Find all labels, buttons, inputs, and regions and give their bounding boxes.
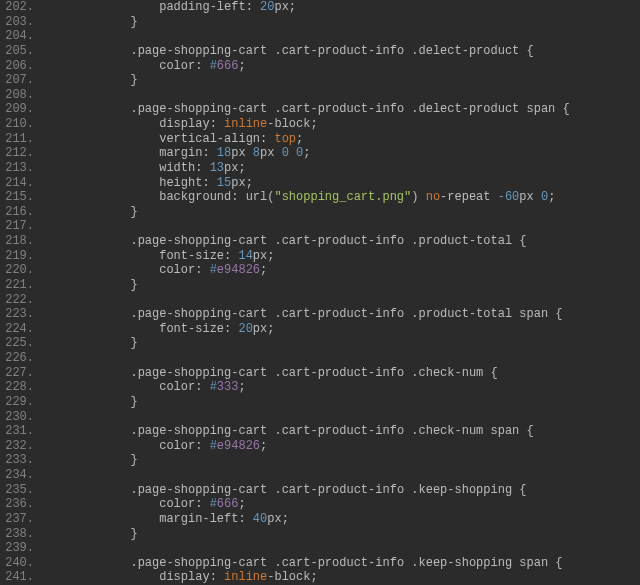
code-content[interactable]: background: url("shopping_cart.png") no-… [44,190,640,205]
code-line[interactable]: 202. padding-left: 20px; [0,0,640,15]
code-line[interactable]: 240. .page-shopping-cart .cart-product-i… [0,556,640,571]
code-content[interactable] [44,219,640,234]
code-content[interactable]: height: 15px; [44,176,640,191]
code-content[interactable]: } [44,205,640,220]
line-number: 214. [0,176,44,191]
line-number: 220. [0,263,44,278]
code-content[interactable]: font-size: 14px; [44,249,640,264]
code-content[interactable]: } [44,278,640,293]
line-number: 230. [0,410,44,425]
code-line[interactable]: 241. display: inline-block; [0,570,640,585]
code-content[interactable]: margin-left: 40px; [44,512,640,527]
code-content[interactable]: } [44,527,640,542]
code-content[interactable]: color: #e94826; [44,439,640,454]
code-content[interactable]: padding-left: 20px; [44,0,640,15]
code-line[interactable]: 227. .page-shopping-cart .cart-product-i… [0,366,640,381]
code-content[interactable]: } [44,395,640,410]
code-line[interactable]: 215. background: url("shopping_cart.png"… [0,190,640,205]
code-line[interactable]: 211. vertical-align: top; [0,132,640,147]
code-line[interactable]: 220. color: #e94826; [0,263,640,278]
code-content[interactable] [44,468,640,483]
code-line[interactable]: 235. .page-shopping-cart .cart-product-i… [0,483,640,498]
code-line[interactable]: 233. } [0,453,640,468]
code-content[interactable]: color: #e94826; [44,263,640,278]
line-number: 212. [0,146,44,161]
code-content[interactable] [44,541,640,556]
code-content[interactable]: } [44,336,640,351]
code-content[interactable]: margin: 18px 8px 0 0; [44,146,640,161]
line-number: 210. [0,117,44,132]
code-line[interactable]: 237. margin-left: 40px; [0,512,640,527]
code-line[interactable]: 230. [0,410,640,425]
code-line[interactable]: 218. .page-shopping-cart .cart-product-i… [0,234,640,249]
code-line[interactable]: 232. color: #e94826; [0,439,640,454]
code-line[interactable]: 203. } [0,15,640,30]
code-line[interactable]: 228. color: #333; [0,380,640,395]
code-line[interactable]: 226. [0,351,640,366]
code-line[interactable]: 238. } [0,527,640,542]
code-line[interactable]: 205. .page-shopping-cart .cart-product-i… [0,44,640,59]
code-line[interactable]: 223. .page-shopping-cart .cart-product-i… [0,307,640,322]
code-line[interactable]: 231. .page-shopping-cart .cart-product-i… [0,424,640,439]
code-line[interactable]: 208. [0,88,640,103]
code-content[interactable]: } [44,453,640,468]
code-content[interactable] [44,29,640,44]
code-line[interactable]: 234. [0,468,640,483]
code-line[interactable]: 229. } [0,395,640,410]
code-line[interactable]: 210. display: inline-block; [0,117,640,132]
code-content[interactable]: display: inline-block; [44,117,640,132]
line-number: 209. [0,102,44,117]
code-line[interactable]: 212. margin: 18px 8px 0 0; [0,146,640,161]
code-line[interactable]: 222. [0,293,640,308]
line-number: 234. [0,468,44,483]
code-editor[interactable]: 202. padding-left: 20px;203. }204.205. .… [0,0,640,585]
code-content[interactable]: .page-shopping-cart .cart-product-info .… [44,424,640,439]
code-line[interactable]: 221. } [0,278,640,293]
code-content[interactable]: color: #333; [44,380,640,395]
code-content[interactable]: } [44,15,640,30]
code-line[interactable]: 213. width: 13px; [0,161,640,176]
line-number: 211. [0,132,44,147]
code-line[interactable]: 219. font-size: 14px; [0,249,640,264]
code-line[interactable]: 236. color: #666; [0,497,640,512]
code-line[interactable]: 207. } [0,73,640,88]
code-content[interactable]: color: #666; [44,59,640,74]
code-content[interactable]: display: inline-block; [44,570,640,585]
line-number: 236. [0,497,44,512]
code-line[interactable]: 206. color: #666; [0,59,640,74]
line-number: 208. [0,88,44,103]
line-number: 219. [0,249,44,264]
code-line[interactable]: 216. } [0,205,640,220]
code-content[interactable]: .page-shopping-cart .cart-product-info .… [44,102,640,117]
code-content[interactable]: vertical-align: top; [44,132,640,147]
code-content[interactable]: .page-shopping-cart .cart-product-info .… [44,366,640,381]
code-line[interactable]: 224. font-size: 20px; [0,322,640,337]
code-line[interactable]: 217. [0,219,640,234]
code-content[interactable]: .page-shopping-cart .cart-product-info .… [44,556,640,571]
line-number: 222. [0,293,44,308]
code-line[interactable]: 214. height: 15px; [0,176,640,191]
line-number: 207. [0,73,44,88]
line-number: 221. [0,278,44,293]
code-content[interactable]: .page-shopping-cart .cart-product-info .… [44,307,640,322]
code-line[interactable]: 225. } [0,336,640,351]
line-number: 205. [0,44,44,59]
code-content[interactable]: } [44,73,640,88]
code-content[interactable]: .page-shopping-cart .cart-product-info .… [44,44,640,59]
code-content[interactable]: width: 13px; [44,161,640,176]
line-number: 235. [0,483,44,498]
code-content[interactable] [44,293,640,308]
code-content[interactable] [44,88,640,103]
line-number: 232. [0,439,44,454]
line-number: 233. [0,453,44,468]
code-line[interactable]: 209. .page-shopping-cart .cart-product-i… [0,102,640,117]
code-content[interactable] [44,410,640,425]
code-content[interactable] [44,351,640,366]
code-line[interactable]: 204. [0,29,640,44]
line-number: 202. [0,0,44,15]
code-content[interactable]: .page-shopping-cart .cart-product-info .… [44,234,640,249]
code-line[interactable]: 239. [0,541,640,556]
code-content[interactable]: .page-shopping-cart .cart-product-info .… [44,483,640,498]
code-content[interactable]: font-size: 20px; [44,322,640,337]
code-content[interactable]: color: #666; [44,497,640,512]
